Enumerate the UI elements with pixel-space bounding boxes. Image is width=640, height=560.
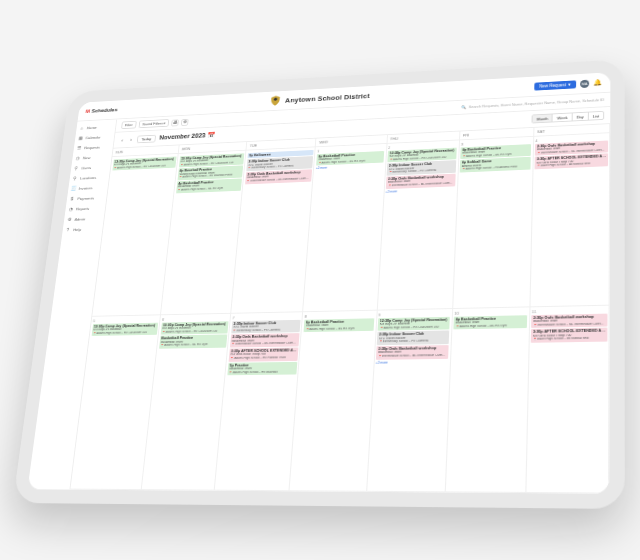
event[interactable]: 2:30p Owls Basketball workshopBasketball…: [531, 313, 607, 328]
weeks: 12:30p Camp Joy (Special Recreation)KG B…: [70, 133, 610, 494]
sidebar-item-reports[interactable]: ◔Reports: [68, 204, 103, 212]
day-cell[interactable]: 14p Basketball PracticeBasketball Team📍A…: [304, 144, 388, 312]
print-icon[interactable]: 🖶: [171, 119, 179, 126]
event[interactable]: 3:30p AFTER SCHOOL EXTENDED ACTIVITIESKG…: [535, 154, 608, 170]
sidebar-item-home[interactable]: ⌂Home: [79, 123, 113, 131]
sidebar-icon: 🧾: [71, 186, 77, 191]
event[interactable]: 2:30p Indoor Soccer ClubXYZ Travel Socce…: [377, 331, 450, 346]
sidebar-icon: ⚲: [73, 165, 79, 170]
event[interactable]: 2:30p Owls Basketball workshopBasketball…: [230, 333, 300, 347]
more-link[interactable]: +2 more: [376, 360, 449, 365]
today-button[interactable]: Today: [137, 134, 157, 143]
event[interactable]: 12:30p Camp Joy (Special Recreation)KG B…: [112, 156, 176, 171]
day-cell[interactable]: 104p Basketball PracticeBasketball Team📍…: [445, 307, 530, 493]
sidebar-icon: ⚲: [72, 175, 78, 180]
event[interactable]: 12:30p Camp Joy (Special Recreation)KG B…: [160, 321, 228, 335]
event[interactable]: 5p PracticeBasketball Team📍Adams High Sc…: [227, 362, 297, 376]
brand-logo[interactable]: MSchedules: [85, 107, 117, 114]
event[interactable]: 3:30p AFTER SCHOOL EXTENDED ACTIVITIESKG…: [228, 347, 298, 361]
sidebar-item-users[interactable]: ⚲Users: [73, 163, 108, 171]
sidebar-icon: ☰: [76, 145, 82, 150]
day-cell[interactable]: 912:30p Camp Joy (Special Recreation)KG …: [367, 309, 453, 492]
event[interactable]: 4p Basketball PracticeBasketball Team📍Ad…: [454, 315, 528, 330]
bell-icon[interactable]: 🔔: [593, 79, 602, 87]
chevron-down-icon: ▾: [568, 82, 571, 87]
view-month[interactable]: Month: [533, 114, 553, 122]
day-cell[interactable]: 34p Basketball PracticeBasketball Team📍A…: [453, 137, 534, 309]
day-cell[interactable]: 72:30p Indoor Soccer ClubXYZ Travel Socc…: [215, 312, 304, 491]
view-switch: MonthWeekDayList: [532, 111, 604, 124]
shield-icon: [268, 94, 282, 107]
day-cell[interactable]: 84p Basketball PracticeBasketball Team📍A…: [290, 311, 377, 492]
sidebar-icon: ◔: [68, 206, 74, 211]
view-day[interactable]: Day: [572, 113, 588, 121]
event[interactable]: 12:30p Camp Joy (Special Recreation)KG B…: [91, 322, 158, 336]
event[interactable]: 2:30p Owls Basketball workshopBasketball…: [376, 345, 449, 360]
calendar: SUNMONTUEWEDTHUFRISAT 12:30p Camp Joy (S…: [70, 123, 610, 494]
day-cell[interactable]: 42:30p Owls Basketball workshopBasketbal…: [530, 133, 610, 307]
day-cell[interactable]: 9p Halloween2:30p Indoor Soccer ClubXYZ …: [231, 147, 316, 314]
event[interactable]: 12:30p Camp Joy (Special Recreation)KG B…: [378, 316, 450, 331]
settings-icon[interactable]: ⚙: [181, 118, 189, 125]
new-request-button[interactable]: New Request▾: [534, 80, 576, 90]
sidebar-icon: ⚙: [66, 217, 72, 222]
prev-month-button[interactable]: ‹: [119, 137, 125, 142]
event[interactable]: 4p Softball GameAthletic Event📍Adams Hig…: [460, 157, 531, 173]
sidebar-item-locations[interactable]: ⚲Locations: [72, 173, 107, 181]
sidebar-icon: ◷: [75, 155, 81, 160]
next-month-button[interactable]: ›: [128, 137, 134, 142]
sidebar-item-payments[interactable]: $Payments: [69, 194, 104, 202]
main: Filter Saved Filters ▾ 🖶 ⚙ 🔍 Search Requ…: [70, 93, 610, 494]
event[interactable]: 3:30p AFTER SCHOOL EXTENDED ACTIVITIESKG…: [531, 328, 607, 343]
tablet-frame: MSchedules Anytown School District New R…: [13, 59, 625, 509]
search-icon: 🔍: [462, 105, 467, 110]
day-cell[interactable]: 112:30p Owls Basketball workshopBasketba…: [526, 306, 609, 494]
app-screen: MSchedules Anytown School District New R…: [27, 72, 610, 493]
month-title: November 2023 📅: [159, 132, 216, 142]
view-week[interactable]: Week: [553, 113, 572, 121]
sidebar-icon: ⌂: [79, 125, 85, 130]
sidebar-icon: ?: [65, 227, 71, 232]
avatar[interactable]: MA: [580, 79, 589, 87]
event[interactable]: 4p Basketball PracticeBasketball Team📍Ad…: [303, 318, 374, 332]
district-name: Anytown School District: [285, 92, 370, 104]
day-cell[interactable]: 212:30p Camp Joy (Special Recreation)KG …: [377, 140, 459, 310]
event[interactable]: 2:30p Indoor Soccer ClubXYZ Travel Socce…: [231, 319, 301, 333]
sidebar-icon: ▦: [78, 135, 84, 140]
event[interactable]: 2:30p Owls Basketball workshopBasketball…: [245, 169, 312, 184]
topbar-actions: New Request▾ MA 🔔: [534, 78, 602, 90]
sidebar-item-admin[interactable]: ⚙Admin: [66, 215, 101, 223]
saved-filters-button[interactable]: Saved Filters ▾: [138, 119, 169, 128]
sidebar-item-calendar[interactable]: ▦Calendar: [77, 133, 112, 141]
sidebar-item-invoices[interactable]: 🧾Invoices: [71, 184, 106, 192]
brand-mark: M: [85, 109, 90, 114]
brand-name: Schedules: [91, 107, 117, 113]
week-row: 512:30p Camp Joy (Special Recreation)KG …: [70, 306, 609, 494]
event[interactable]: 4p Basketball PracticeBasketball Team📍Ad…: [176, 178, 242, 193]
sidebar-item-now[interactable]: ◷Now: [75, 153, 110, 161]
sidebar-item-help[interactable]: ?Help: [65, 225, 100, 233]
sidebar-icon: $: [69, 196, 75, 201]
view-list[interactable]: List: [589, 112, 604, 120]
body: ⌂Home▦Calendar☰Requests◷Now⚲Users⚲Locati…: [27, 93, 610, 494]
event[interactable]: Basketball PracticeBasketball Team📍Adams…: [159, 335, 227, 349]
week-row: 12:30p Camp Joy (Special Recreation)KG B…: [92, 133, 610, 317]
sidebar-item-requests[interactable]: ☰Requests: [76, 143, 111, 151]
filter-button[interactable]: Filter: [121, 121, 137, 129]
district-title: Anytown School District: [268, 89, 370, 107]
